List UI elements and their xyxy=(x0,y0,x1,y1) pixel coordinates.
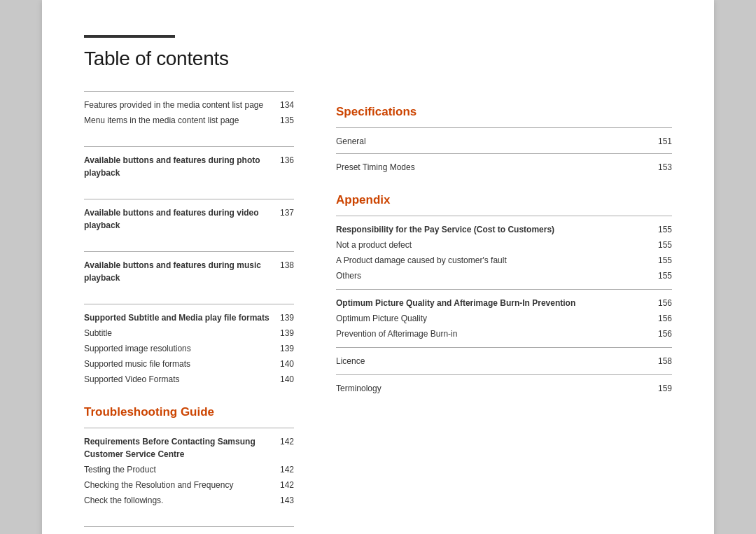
table-row: Optimum Picture Quality and Afterimage B… xyxy=(336,297,672,309)
table-row: Features provided in the media content l… xyxy=(84,99,294,111)
right-column: Specifications General 151 Preset Timing… xyxy=(336,91,672,534)
video-section: Available buttons and features during vi… xyxy=(84,199,294,232)
title-bar xyxy=(84,35,175,38)
table-row: Available buttons and features during vi… xyxy=(84,206,294,232)
table-row: Preset Timing Modes 153 xyxy=(336,161,672,174)
section-divider xyxy=(84,428,294,428)
table-row: Optimum Picture Quality 156 xyxy=(336,312,672,325)
section-divider xyxy=(336,289,672,290)
qa-section: Q & A 150 xyxy=(84,526,294,534)
section-divider xyxy=(84,199,294,199)
page-title: Table of contents xyxy=(84,48,672,70)
appendix-section: Appendix Responsibility for the Pay Serv… xyxy=(336,193,672,395)
specifications-heading: Specifications xyxy=(336,105,672,119)
section-divider xyxy=(84,91,294,92)
intro-section: Features provided in the media content l… xyxy=(84,91,294,127)
table-row: Check the followings. 143 xyxy=(84,494,294,507)
table-row: Prevention of Afterimage Burn-in 156 xyxy=(336,328,672,340)
table-row: Supported Subtitle and Media play file f… xyxy=(84,311,294,324)
table-row: General 151 xyxy=(336,135,672,148)
table-row: Licence 158 xyxy=(336,355,672,367)
section-divider xyxy=(84,251,294,252)
troubleshooting-heading: Troubleshooting Guide xyxy=(84,405,294,419)
table-row: Supported music file formats 140 xyxy=(84,358,294,370)
table-row: Available buttons and features during ph… xyxy=(84,154,294,179)
table-row: Subtitle 139 xyxy=(84,327,294,339)
section-divider xyxy=(84,146,294,147)
table-row: Terminology 159 xyxy=(336,382,672,395)
table-row: Testing the Product 142 xyxy=(84,463,294,476)
section-divider xyxy=(84,304,294,304)
subtitle-section: Supported Subtitle and Media play file f… xyxy=(84,304,294,386)
troubleshooting-section: Troubleshooting Guide Requirements Befor… xyxy=(84,405,294,507)
section-divider xyxy=(336,347,672,348)
table-row: Available buttons and features during mu… xyxy=(84,259,294,284)
section-divider xyxy=(336,127,672,128)
document-page: Table of contents Features provided in t… xyxy=(42,0,714,534)
appendix-heading: Appendix xyxy=(336,193,672,207)
table-row: Responsibility for the Pay Service (Cost… xyxy=(336,223,672,236)
content-layout: Features provided in the media content l… xyxy=(84,91,672,534)
table-row: Not a product defect 155 xyxy=(336,239,672,251)
section-divider xyxy=(336,374,672,375)
photo-section: Available buttons and features during ph… xyxy=(84,146,294,179)
table-row: Others 155 xyxy=(336,269,672,282)
table-row: Supported Video Formats 140 xyxy=(84,373,294,386)
section-divider xyxy=(84,526,294,527)
table-row: Menu items in the media content list pag… xyxy=(84,114,294,127)
specifications-section: Specifications General 151 Preset Timing… xyxy=(336,105,672,174)
section-divider xyxy=(336,153,672,154)
table-row: Requirements Before Contacting Samsung C… xyxy=(84,435,294,461)
music-section: Available buttons and features during mu… xyxy=(84,251,294,284)
left-column: Features provided in the media content l… xyxy=(84,91,294,534)
table-row: Checking the Resolution and Frequency 14… xyxy=(84,479,294,491)
table-row: Supported image resolutions 139 xyxy=(84,342,294,355)
table-row: A Product damage caused by customer's fa… xyxy=(336,254,672,267)
section-divider xyxy=(336,216,672,216)
